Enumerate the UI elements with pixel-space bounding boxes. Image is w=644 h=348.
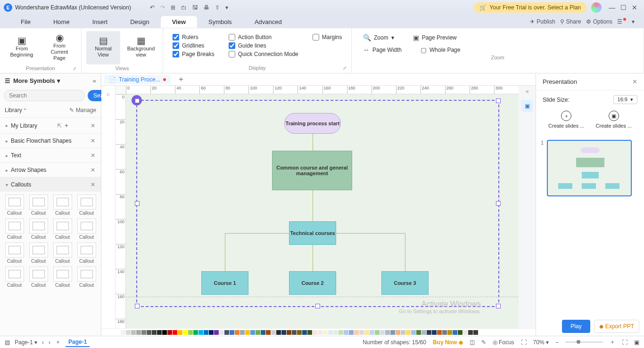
- color-swatch[interactable]: [209, 330, 214, 335]
- close-icon[interactable]: ✕: [91, 122, 95, 129]
- shape-thumb[interactable]: Callout: [27, 242, 50, 265]
- menu-symbols[interactable]: Symbols: [197, 16, 243, 28]
- color-swatch[interactable]: [421, 330, 426, 335]
- color-swatch[interactable]: [162, 330, 167, 335]
- color-swatch[interactable]: [167, 330, 172, 335]
- margins-checkbox[interactable]: Margins: [313, 34, 342, 40]
- presentation-mode-icon[interactable]: ▣: [521, 100, 533, 112]
- resize-handle[interactable]: [496, 98, 501, 103]
- minimize-button[interactable]: —: [606, 4, 618, 11]
- color-swatch[interactable]: [401, 330, 405, 335]
- group-expand-icon[interactable]: ⤢: [343, 65, 347, 71]
- color-swatch[interactable]: [271, 330, 276, 335]
- create-slides-auto-button[interactable]: ▣Create slides ...: [596, 111, 632, 129]
- zoom-button[interactable]: 🔍Zoom▾: [363, 34, 394, 41]
- shape-thumb[interactable]: Callout: [75, 242, 98, 265]
- slide-size-select[interactable]: 16:9▾: [613, 95, 637, 104]
- color-swatch[interactable]: [406, 330, 411, 335]
- color-swatch[interactable]: [183, 330, 188, 335]
- open-icon[interactable]: 🗀: [181, 4, 187, 11]
- color-swatch[interactable]: [230, 330, 234, 335]
- guidelines-checkbox[interactable]: Guide lines: [229, 42, 298, 49]
- color-swatch[interactable]: [375, 330, 380, 335]
- undo-icon[interactable]: ↶: [150, 4, 155, 11]
- color-swatch[interactable]: [468, 330, 473, 335]
- next-page-icon[interactable]: ›: [49, 339, 50, 346]
- color-swatch[interactable]: [313, 330, 317, 335]
- color-swatch[interactable]: [292, 330, 297, 335]
- resize-handle[interactable]: [315, 304, 320, 308]
- color-swatch[interactable]: [214, 330, 219, 335]
- manage-button[interactable]: ✎ Manage: [69, 107, 96, 113]
- color-swatch[interactable]: [390, 330, 395, 335]
- document-tab[interactable]: 📄 Training Proce...: [104, 75, 171, 84]
- shape-thumb[interactable]: Callout: [51, 218, 74, 241]
- menu-insert[interactable]: Insert: [81, 16, 119, 28]
- color-swatch[interactable]: [458, 330, 462, 335]
- gridlines-checkbox[interactable]: Gridlines: [173, 42, 215, 49]
- collapse-panel-icon[interactable]: «: [93, 77, 96, 84]
- page-select[interactable]: Page-1 ▾: [15, 339, 37, 346]
- export-icon[interactable]: ⇪: [215, 4, 220, 11]
- color-swatch[interactable]: [323, 330, 328, 335]
- shape-course-3[interactable]: Course 3: [381, 271, 429, 295]
- notification-icon[interactable]: ☰: [617, 18, 627, 25]
- shape-thumb[interactable]: Callout: [75, 218, 98, 241]
- share-button[interactable]: ⚲ Share: [560, 18, 581, 25]
- connector[interactable]: [313, 245, 313, 271]
- shape-course-1[interactable]: Course 1: [201, 271, 248, 295]
- color-swatch[interactable]: [339, 330, 343, 335]
- whole-page-button[interactable]: ▢Whole Page: [421, 46, 460, 54]
- shape-thumb[interactable]: Callout: [27, 218, 50, 241]
- connector[interactable]: [225, 233, 225, 271]
- status-icon[interactable]: ◫: [470, 339, 475, 346]
- trial-banner[interactable]: 🛒 Your Free Trial is over. Select a Plan: [474, 2, 586, 13]
- from-beginning-button[interactable]: ▣From Beginning: [5, 31, 39, 65]
- add-icon[interactable]: ＋: [64, 121, 69, 129]
- color-swatch[interactable]: [427, 330, 431, 335]
- color-swatch[interactable]: [396, 330, 400, 335]
- zoom-in-icon[interactable]: ＋: [610, 338, 615, 346]
- resize-handle[interactable]: [135, 201, 140, 206]
- buy-now-link[interactable]: Buy Now ◆: [433, 339, 463, 346]
- color-swatch[interactable]: [333, 330, 338, 335]
- menu-home[interactable]: Home: [42, 16, 81, 28]
- expand-right-icon[interactable]: »: [526, 89, 529, 95]
- color-swatch[interactable]: [152, 330, 157, 335]
- background-view-button[interactable]: ▦Background view: [124, 31, 158, 65]
- color-swatch[interactable]: [385, 330, 390, 335]
- color-swatch[interactable]: [250, 330, 255, 335]
- print-icon[interactable]: 🖶: [204, 4, 209, 11]
- resize-handle[interactable]: [496, 304, 501, 308]
- menu-view[interactable]: View: [161, 16, 197, 28]
- color-swatch[interactable]: [116, 330, 120, 335]
- color-swatch[interactable]: [328, 330, 333, 335]
- color-swatch[interactable]: [437, 330, 442, 335]
- resize-handle[interactable]: [135, 98, 140, 103]
- qat-more-icon[interactable]: ▾: [225, 4, 228, 11]
- color-swatch[interactable]: [416, 330, 421, 335]
- page-preview-button[interactable]: ▣Page Preview: [413, 34, 457, 41]
- zoom-out-icon[interactable]: −: [555, 339, 559, 346]
- color-swatch[interactable]: [136, 330, 141, 335]
- color-swatch[interactable]: [224, 330, 229, 335]
- cat-text[interactable]: ▸Text✕: [0, 148, 101, 162]
- connector[interactable]: [405, 233, 405, 271]
- normal-view-button[interactable]: ▤Normal View: [86, 31, 120, 65]
- close-icon[interactable]: ✕: [91, 167, 95, 173]
- shape-thumb[interactable]: Callout: [27, 194, 50, 217]
- import-icon[interactable]: ⇱: [57, 122, 62, 129]
- play-button[interactable]: Play: [562, 320, 590, 333]
- color-swatch[interactable]: [245, 330, 250, 335]
- shape-thumb[interactable]: Callout: [75, 266, 98, 289]
- pagebreaks-checkbox[interactable]: Page Breaks: [173, 51, 215, 57]
- menu-design[interactable]: Design: [119, 16, 160, 28]
- color-swatch[interactable]: [380, 330, 385, 335]
- chevron-down-icon[interactable]: ▾: [57, 77, 60, 84]
- color-swatch[interactable]: [193, 330, 198, 335]
- color-swatch[interactable]: [473, 330, 478, 335]
- color-swatch[interactable]: [354, 330, 359, 335]
- color-swatch[interactable]: [447, 330, 452, 335]
- color-swatch[interactable]: [256, 330, 260, 335]
- color-swatch[interactable]: [204, 330, 208, 335]
